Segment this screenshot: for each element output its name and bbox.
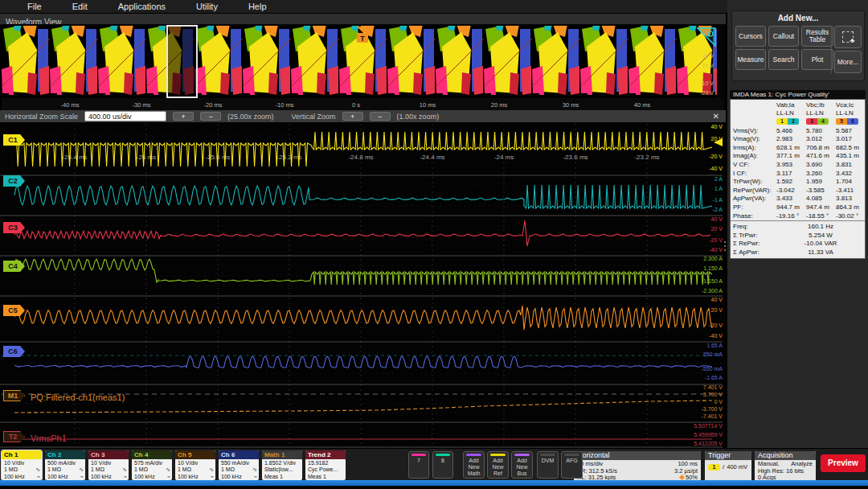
coupling-icon: ∿ — [35, 466, 40, 473]
badge-ch3[interactable]: Ch 310 V/div1 MΩ∿100 kHz⌁ — [88, 450, 129, 480]
menu-file[interactable]: File — [27, 2, 42, 11]
overview-time-label: -30 ms — [133, 101, 151, 109]
button-color-stripe — [564, 454, 579, 456]
button-7[interactable]: 7 — [408, 451, 429, 479]
results-col-header: Vab;Ia — [776, 101, 806, 109]
button-add-new-math[interactable]: Add New Math — [463, 451, 485, 479]
zoomed-waveform-view[interactable]: -26.4 ms-26 ms-25.6 ms-25.2 ms-24.8 ms-2… — [0, 122, 726, 448]
button-color-stripe — [411, 454, 426, 456]
badge-ch1[interactable]: Ch 110 V/div1 MΩ∿100 kHz⌁ — [2, 450, 42, 480]
summary-value: 5.254 W — [776, 232, 865, 239]
measurement-label: Imag(A): — [731, 152, 776, 159]
badge-line: 10 V/div — [91, 460, 127, 466]
measurement-value: 3.012 — [806, 135, 836, 142]
scale-label-c1: 40 V — [711, 124, 723, 129]
summary-value: 160.1 Hz — [776, 223, 865, 230]
badge-line: 1 MΩ∿ — [47, 466, 84, 473]
overview-time-label: 40 ms — [634, 101, 651, 109]
measurement-value: 706.8 m — [806, 144, 836, 151]
preview-button[interactable]: Preview — [821, 454, 866, 472]
trigger-slope-icon: / — [723, 463, 724, 471]
badge-header: Trend 2 — [305, 450, 346, 459]
h-zoom-plus-button[interactable]: + — [173, 112, 194, 121]
scale-label-c4: 1.150 A — [703, 265, 723, 271]
measurement-value: -30.02 ° — [836, 212, 865, 220]
badge-ch4[interactable]: Ch 4575 mA/div1 MΩ∿100 kHz⌁ — [132, 450, 172, 480]
button-color-stripe — [490, 454, 506, 456]
h-zoom-scale-input[interactable] — [84, 111, 166, 121]
button-add-new-ref[interactable]: Add New Ref — [487, 451, 509, 479]
zoom-time-label: -26 ms — [137, 154, 156, 161]
horizontal-title: Horizontal — [574, 451, 701, 460]
horizontal-panel[interactable]: Horizontal 10 ms/div100 msSR: 312.5 kS/s… — [574, 451, 701, 483]
overview-time-label: 0 s — [352, 101, 360, 109]
v-zoom-plus-button[interactable]: + — [342, 112, 363, 121]
button-dvm[interactable]: DVM — [537, 451, 559, 479]
v-zoom-minus-button[interactable]: − — [370, 112, 391, 121]
zoom-time-label: -23.6 ms — [563, 154, 588, 161]
badge-ch5[interactable]: Ch 510 V/div1 MΩ∿100 kHz⌁ — [175, 450, 215, 480]
add-new-results-table-button[interactable]: Results Table — [801, 26, 833, 47]
overview-zoom-box[interactable] — [167, 26, 197, 97]
add-new-callout-button[interactable]: Callout — [768, 26, 799, 47]
h-zoom-minus-button[interactable]: − — [200, 112, 221, 121]
zoom-close-icon[interactable]: ✕ — [713, 112, 719, 121]
results-table-header[interactable]: IMDA Meas 1: Cyc Power Quality' — [730, 90, 866, 99]
add-new-cursors-button[interactable]: Cursors — [735, 26, 766, 47]
badge-header: Ch 2 — [45, 450, 85, 459]
add-new-measure-button[interactable]: Measure — [735, 49, 766, 70]
badge-body: 550 mA/div1 MΩ∿100 kHz⌁ — [219, 459, 259, 480]
button-8[interactable]: 8 — [432, 451, 453, 479]
measurement-value: 1.704 — [836, 178, 865, 185]
measurement-value: -3.042 — [776, 187, 806, 194]
summary-label: Σ RePwr: — [731, 240, 776, 247]
overview-waveform-svg: -40 ms-30 ms-20 ms-10 ms0 s10 ms20 ms30 … — [2, 24, 724, 110]
coupling-icon: ∿ — [122, 466, 127, 473]
button-afg[interactable]: AFG — [561, 451, 583, 479]
badge-header: Math 1 — [262, 450, 302, 459]
badge-line: 100 kHz⌁ — [4, 474, 40, 480]
add-new-panel: Add New... CursorsCalloutResults TableMe… — [731, 10, 865, 81]
badge-trend2[interactable]: Trend 215.9182Cyc Powe...Meas 1 — [305, 450, 346, 480]
menu-utility[interactable]: Utility — [196, 2, 218, 11]
add-new-search-button[interactable]: Search — [768, 49, 799, 70]
summary-label: Σ ApPwr: — [731, 249, 776, 256]
badge-math1[interactable]: Math 11.8502 V/divStatic|low...Meas 1 — [262, 450, 302, 480]
measurement-value: 5.780 — [806, 127, 836, 134]
acquisition-title: Acquisition — [755, 451, 816, 460]
badge-body: 10 V/div1 MΩ∿100 kHz⌁ — [88, 459, 129, 480]
results-col-header: Vbc;Ib — [806, 101, 836, 109]
waveform-overview[interactable]: -40 ms-30 ms-20 ms-10 ms0 s10 ms20 ms30 … — [2, 24, 724, 110]
button-add-new-bus[interactable]: Add New Bus — [511, 451, 533, 479]
overview-time-label: 20 ms — [491, 101, 508, 109]
imda-results-table: Vab;IaVbc;IbVca;IcLL-LNLL-LNLL-LN123456V… — [730, 99, 866, 259]
badge-ch2[interactable]: Ch 2500 mA/div1 MΩ∿100 kHz⌁ — [45, 450, 85, 480]
add-new-plot-button[interactable]: Plot — [801, 49, 833, 70]
badge-body: 500 mA/div1 MΩ∿100 kHz⌁ — [45, 459, 85, 480]
scale-label-t2: 5.459959 V — [694, 432, 723, 438]
scale-label-c2: 1 A — [714, 186, 723, 191]
panel-splitter-handle[interactable] — [723, 241, 727, 262]
zone-trigger-button[interactable] — [834, 26, 862, 48]
badge-line: 575 mA/div — [134, 460, 170, 466]
coupling-icon: ∿ — [252, 466, 257, 473]
menu-help[interactable]: Help — [248, 2, 267, 11]
v-zoom-label: Vertical Zoom — [292, 113, 336, 121]
overview-time-label: -20 ms — [204, 101, 223, 109]
more-button[interactable]: More... — [834, 51, 862, 73]
acquisition-panel[interactable]: Acquisition Manual,Analyze High Res: 16 … — [755, 451, 816, 483]
menu-applications[interactable]: Applications — [118, 2, 166, 11]
overview-time-label: 10 ms — [420, 101, 436, 109]
h-zoom-scale-label: Horizontal Zoom Scale — [5, 113, 78, 121]
scale-label-c5: 20 V — [711, 307, 723, 313]
trigger-panel[interactable]: Trigger 1 / 400 mV — [705, 451, 751, 483]
source-pair-badge: 12 — [776, 118, 806, 125]
bottom-settings-bar: Horizontal 10 ms/div100 msSR: 312.5 kS/s… — [0, 448, 868, 481]
badge-ch6[interactable]: Ch 6550 mA/div1 MΩ∿100 kHz⌁ — [219, 450, 259, 480]
menu-edit[interactable]: Edit — [72, 2, 88, 11]
badge-line: 550 mA/div — [221, 460, 257, 466]
scale-label-m1: 7.401 V — [703, 384, 723, 390]
button-label: Add New Math — [464, 458, 484, 477]
trace-label-t2: VrmsPh1 — [31, 434, 67, 443]
add-new-side-column: More... — [831, 26, 862, 73]
